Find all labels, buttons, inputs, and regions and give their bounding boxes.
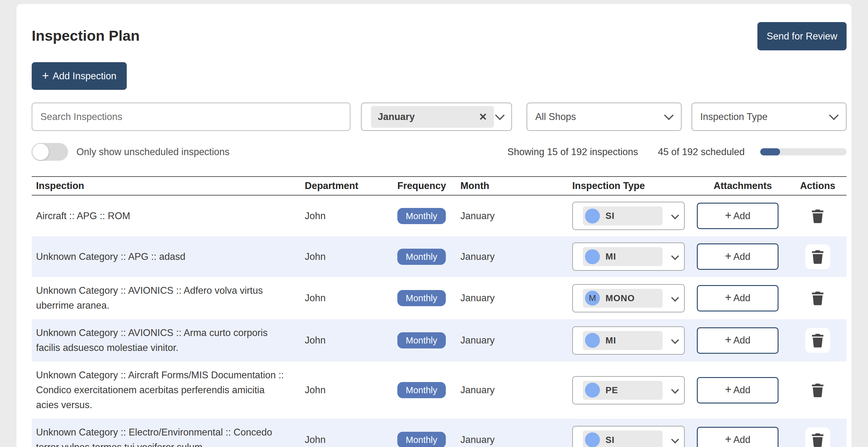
trash-icon — [811, 383, 824, 397]
chevron-down-icon — [671, 211, 679, 219]
department-cell: John — [305, 251, 397, 262]
add-inspection-button[interactable]: + Add Inspection — [32, 62, 127, 90]
chevron-down-icon — [671, 336, 679, 344]
add-attachment-button[interactable]: + Add — [697, 427, 778, 447]
delete-inspection-button[interactable] — [805, 204, 830, 229]
column-header-department: Department — [305, 180, 397, 191]
add-attachment-label: Add — [733, 293, 750, 304]
column-header-actions: Actions — [789, 180, 846, 191]
column-header-inspection-type: Inspection Type — [572, 180, 697, 191]
type-avatar — [585, 433, 600, 447]
toolbar: Only show unscheduled inspections Showin… — [32, 143, 846, 161]
trash-icon — [811, 209, 824, 223]
chevron-down-icon — [664, 110, 674, 120]
table-header: Inspection Department Frequency Month In… — [32, 176, 846, 196]
add-attachment-label: Add — [733, 335, 750, 346]
table-row: Unknown Category :: Aircraft Forms/MIS D… — [32, 361, 846, 419]
type-label: MONO — [606, 293, 635, 303]
month-filter-chip: January ✕ — [371, 106, 494, 128]
type-label: MI — [606, 251, 616, 262]
toggle-knob — [32, 144, 49, 160]
month-filter-value: January — [378, 111, 415, 122]
progress-fill — [760, 148, 780, 155]
delete-inspection-button[interactable] — [805, 286, 830, 310]
department-cell: John — [305, 434, 397, 445]
add-attachment-button[interactable]: + Add — [697, 203, 778, 229]
unscheduled-toggle[interactable] — [32, 143, 68, 161]
type-label: PE — [606, 385, 618, 395]
delete-inspection-button[interactable] — [805, 244, 830, 269]
inspection-type-select[interactable]: M MONO — [572, 284, 685, 312]
plus-icon: + — [725, 250, 731, 262]
clear-month-icon[interactable]: ✕ — [479, 112, 487, 122]
trash-icon — [811, 333, 824, 348]
inspection-type-select[interactable]: SI — [572, 426, 685, 447]
plus-icon: + — [725, 210, 731, 221]
month-cell: January — [460, 293, 572, 304]
department-cell: John — [305, 335, 397, 346]
add-attachment-button[interactable]: + Add — [697, 327, 778, 354]
add-attachment-label: Add — [733, 251, 750, 262]
inspection-name: Unknown Category :: AVIONICS :: Adfero v… — [32, 283, 305, 313]
frequency-badge: Monthly — [397, 249, 446, 265]
frequency-badge: Monthly — [397, 432, 446, 447]
add-attachment-label: Add — [733, 434, 750, 445]
inspection-type-select[interactable]: MI — [572, 242, 685, 271]
chevron-down-icon — [671, 294, 679, 301]
type-avatar — [585, 383, 600, 397]
inspection-type-chip: MI — [583, 331, 663, 350]
send-for-review-button[interactable]: Send for Review — [757, 22, 846, 50]
inspection-name: Unknown Category :: APG :: adasd — [32, 249, 305, 264]
month-filter-select[interactable]: January ✕ — [361, 102, 512, 131]
chevron-down-icon — [495, 110, 504, 120]
department-cell: John — [305, 385, 397, 396]
table-row: Unknown Category :: APG :: adasd John Mo… — [32, 236, 846, 277]
add-attachment-button[interactable]: + Add — [697, 285, 778, 311]
add-attachment-button[interactable]: + Add — [697, 243, 778, 270]
inspection-type-chip: SI — [583, 430, 663, 447]
column-header-frequency: Frequency — [397, 180, 460, 191]
scheduled-count-text: 45 of 192 scheduled — [658, 146, 745, 158]
frequency-badge: Monthly — [397, 332, 446, 349]
add-attachment-label: Add — [733, 210, 750, 221]
delete-inspection-button[interactable] — [805, 328, 830, 353]
inspection-name: Unknown Category :: Electro/Environmenta… — [32, 425, 305, 447]
chevron-down-icon — [671, 386, 679, 393]
chevron-down-icon — [829, 110, 838, 120]
column-header-inspection: Inspection — [32, 180, 305, 191]
month-cell: January — [460, 210, 572, 221]
frequency-badge: Monthly — [397, 290, 446, 306]
add-attachment-button[interactable]: + Add — [697, 377, 778, 404]
inspection-type-chip: PE — [583, 381, 663, 400]
delete-inspection-button[interactable] — [805, 427, 830, 447]
page-title: Inspection Plan — [32, 27, 140, 44]
department-cell: John — [305, 293, 397, 304]
department-cell: John — [305, 210, 397, 221]
column-header-attachments: Attachments — [697, 180, 789, 191]
trash-icon — [811, 249, 824, 264]
unscheduled-toggle-label: Only show unscheduled inspections — [76, 146, 229, 158]
column-header-month: Month — [460, 180, 572, 191]
month-cell: January — [460, 251, 572, 262]
type-label: MI — [606, 335, 616, 346]
inspection-type-chip: MI — [583, 247, 663, 266]
type-avatar — [585, 333, 600, 348]
inspection-type-select[interactable]: SI — [572, 202, 685, 230]
add-attachment-label: Add — [733, 385, 750, 396]
filter-bar: January ✕ All Shops Inspection Type — [32, 102, 846, 131]
table-row: Unknown Category :: AVIONICS :: Adfero v… — [32, 277, 846, 319]
table-row: Unknown Category :: Electro/Environmenta… — [32, 419, 846, 447]
plus-icon: + — [725, 434, 731, 445]
inspection-type-select[interactable]: PE — [572, 376, 685, 405]
month-cell: January — [460, 385, 572, 396]
inspection-name: Unknown Category :: AVIONICS :: Arma cur… — [32, 325, 305, 355]
delete-inspection-button[interactable] — [805, 378, 830, 403]
inspection-type-select[interactable]: MI — [572, 326, 685, 355]
shop-filter-value: All Shops — [535, 111, 576, 122]
month-cell: January — [460, 335, 572, 346]
shop-filter-select[interactable]: All Shops — [527, 102, 682, 131]
inspection-type-chip: SI — [583, 206, 663, 226]
frequency-badge: Monthly — [397, 382, 446, 398]
search-input[interactable] — [32, 102, 350, 131]
inspection-type-filter-select[interactable]: Inspection Type — [691, 102, 846, 131]
